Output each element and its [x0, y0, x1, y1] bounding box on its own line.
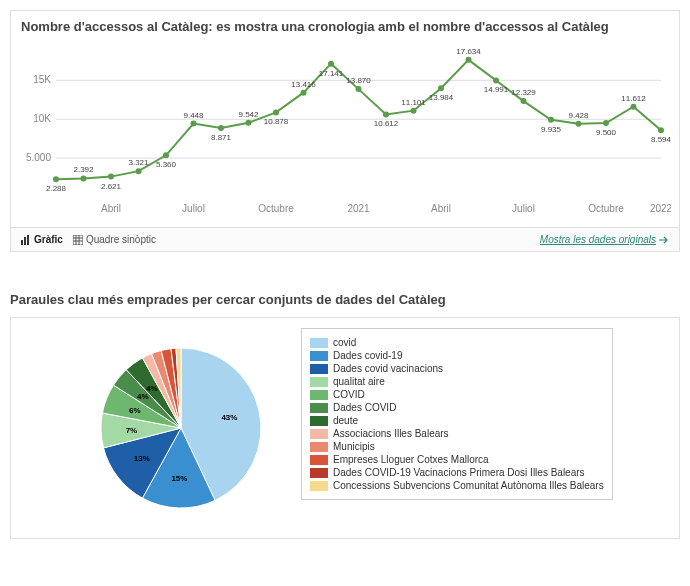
access-line-chart: 5.00010K15KAbrilJuliolOctubre2021AbrilJu…: [21, 47, 671, 217]
svg-point-46: [493, 77, 499, 83]
svg-text:9.428: 9.428: [568, 111, 589, 120]
svg-text:11.612: 11.612: [621, 94, 646, 103]
svg-text:9.935: 9.935: [541, 125, 562, 134]
svg-point-58: [658, 127, 664, 133]
svg-text:5.000: 5.000: [26, 152, 51, 163]
svg-text:Abril: Abril: [431, 203, 451, 214]
svg-text:43%: 43%: [221, 413, 237, 422]
svg-point-40: [411, 108, 417, 114]
svg-point-38: [383, 111, 389, 117]
svg-text:2.392: 2.392: [73, 165, 94, 174]
keywords-title: Paraules clau més emprades per cercar co…: [10, 292, 680, 307]
svg-rect-63: [73, 235, 83, 245]
svg-point-26: [218, 125, 224, 131]
svg-text:6%: 6%: [129, 406, 141, 415]
legend-swatch: [310, 377, 328, 387]
svg-point-54: [603, 120, 609, 126]
legend-swatch: [310, 455, 328, 465]
tab-table-label: Quadre sinòptic: [86, 234, 156, 245]
svg-text:5.360: 5.360: [156, 160, 177, 169]
svg-text:Octubre: Octubre: [588, 203, 624, 214]
svg-point-18: [108, 174, 114, 180]
svg-point-56: [631, 104, 637, 110]
legend-swatch: [310, 364, 328, 374]
svg-text:2022: 2022: [650, 203, 671, 214]
legend-item: Concessions Subvencions Comunitat Autòno…: [310, 480, 604, 491]
svg-text:13.870: 13.870: [346, 76, 371, 85]
legend-item: deute: [310, 415, 604, 426]
svg-text:2021: 2021: [347, 203, 370, 214]
tab-chart-label: Gràfic: [34, 234, 63, 245]
arrow-right-icon: [659, 235, 669, 245]
show-original-data-link[interactable]: Mostra les dades originals: [540, 234, 669, 245]
svg-point-50: [548, 117, 554, 123]
pie-chart-wrap: 43%15%13%7%6%4%4%: [81, 328, 281, 528]
svg-text:8.594: 8.594: [651, 135, 671, 144]
svg-text:Juliol: Juliol: [182, 203, 205, 214]
svg-text:Juliol: Juliol: [512, 203, 535, 214]
legend-item: COVID: [310, 389, 604, 400]
legend-swatch: [310, 429, 328, 439]
bar-chart-icon: [21, 235, 31, 245]
access-chart-footer: Gràfic Quadre sinòptic Mostra les dades …: [11, 227, 679, 251]
access-chart-panel: Nombre d'accessos al Catàleg: es mostra …: [10, 10, 680, 252]
table-icon: [73, 235, 83, 245]
svg-point-20: [136, 168, 142, 174]
legend-label: Dades covid vacinacions: [333, 363, 443, 374]
legend-item: qualitat aire: [310, 376, 604, 387]
svg-point-22: [163, 152, 169, 158]
svg-rect-60: [21, 240, 23, 245]
legend-swatch: [310, 390, 328, 400]
svg-rect-62: [27, 235, 29, 245]
svg-text:10.612: 10.612: [374, 119, 399, 128]
legend-label: COVID: [333, 389, 365, 400]
legend-item: Dades covid-19: [310, 350, 604, 361]
svg-text:9.542: 9.542: [238, 110, 259, 119]
svg-point-28: [246, 120, 252, 126]
tab-table[interactable]: Quadre sinòptic: [73, 234, 156, 245]
svg-point-16: [81, 175, 87, 181]
svg-point-30: [273, 109, 279, 115]
svg-text:13.984: 13.984: [429, 93, 454, 102]
legend-label: Empreses Lloguer Cotxes Mallorca: [333, 454, 489, 465]
legend-label: Dades COVID-19 Vacinacions Primera Dosi …: [333, 467, 585, 478]
svg-text:Octubre: Octubre: [258, 203, 294, 214]
legend-label: Dades covid-19: [333, 350, 402, 361]
tab-chart[interactable]: Gràfic: [21, 234, 63, 245]
svg-text:4%: 4%: [137, 392, 149, 401]
svg-text:17.634: 17.634: [456, 47, 481, 56]
legend-swatch: [310, 481, 328, 491]
legend-label: Associacions Illes Balears: [333, 428, 449, 439]
svg-text:7%: 7%: [126, 426, 138, 435]
legend-item: Dades COVID-19 Vacinacions Primera Dosi …: [310, 467, 604, 478]
legend-item: Dades covid vacinacions: [310, 363, 604, 374]
svg-text:15K: 15K: [33, 74, 51, 85]
svg-text:Abril: Abril: [101, 203, 121, 214]
keywords-pie-panel: 43%15%13%7%6%4%4% covidDades covid-19Dad…: [10, 317, 680, 539]
svg-text:11.101: 11.101: [401, 98, 426, 107]
svg-text:3.321: 3.321: [128, 158, 149, 167]
svg-text:9.448: 9.448: [183, 111, 204, 120]
access-chart-title: Nombre d'accessos al Catàleg: es mostra …: [11, 11, 679, 42]
svg-text:15%: 15%: [171, 474, 187, 483]
svg-text:12.329: 12.329: [511, 88, 536, 97]
legend-swatch: [310, 351, 328, 361]
svg-text:14.991: 14.991: [484, 85, 509, 94]
svg-text:2.621: 2.621: [101, 182, 122, 191]
svg-point-32: [301, 90, 307, 96]
access-chart-body: 5.00010K15KAbrilJuliolOctubre2021AbrilJu…: [11, 42, 679, 227]
svg-point-52: [576, 121, 582, 127]
svg-point-48: [521, 98, 527, 104]
svg-point-42: [438, 85, 444, 91]
svg-rect-61: [24, 237, 26, 245]
keywords-legend: covidDades covid-19Dades covid vacinacio…: [301, 328, 613, 500]
legend-item: Dades COVID: [310, 402, 604, 413]
svg-point-44: [466, 57, 472, 63]
legend-swatch: [310, 442, 328, 452]
svg-text:13%: 13%: [134, 454, 150, 463]
legend-swatch: [310, 338, 328, 348]
legend-item: covid: [310, 337, 604, 348]
svg-text:2.288: 2.288: [46, 184, 67, 193]
svg-text:13.416: 13.416: [291, 80, 316, 89]
svg-point-14: [53, 176, 59, 182]
